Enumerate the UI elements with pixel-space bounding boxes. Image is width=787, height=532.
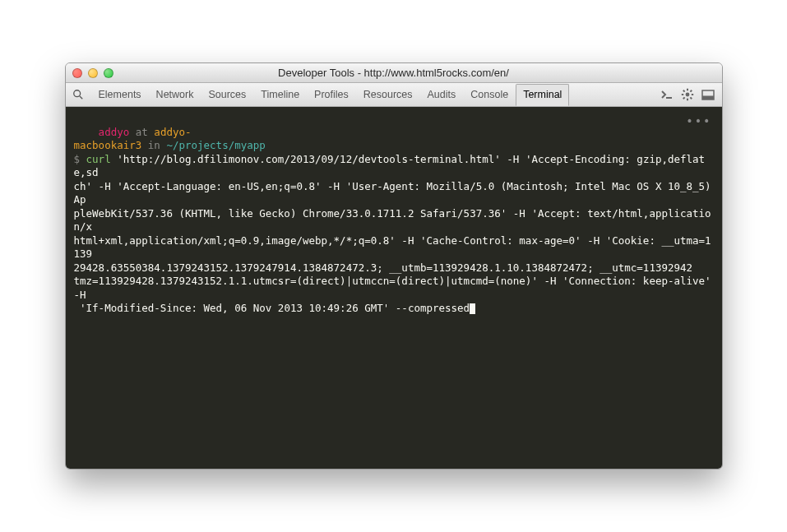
traffic-lights xyxy=(72,68,113,78)
cursor xyxy=(470,303,475,314)
tab-console[interactable]: Console xyxy=(463,84,516,106)
prompt-machine: macbookair3 xyxy=(74,139,142,151)
devtools-window: Developer Tools - http://www.html5rocks.… xyxy=(65,62,723,470)
svg-rect-13 xyxy=(702,95,714,99)
prompt-user: addyo xyxy=(99,126,130,138)
svg-line-8 xyxy=(683,90,685,92)
tab-elements[interactable]: Elements xyxy=(91,84,149,106)
prompt-at: at xyxy=(129,126,154,138)
tab-terminal[interactable]: Terminal xyxy=(516,84,569,106)
more-icon[interactable]: ••• xyxy=(686,113,711,128)
svg-line-1 xyxy=(79,96,81,99)
svg-line-9 xyxy=(690,97,692,99)
tabs: ElementsNetworkSourcesTimelineProfilesRe… xyxy=(91,89,570,100)
svg-line-10 xyxy=(683,97,685,99)
prompt-in: in xyxy=(141,139,166,151)
svg-point-0 xyxy=(73,90,80,97)
svg-rect-12 xyxy=(702,90,714,99)
window-title: Developer Tools - http://www.html5rocks.… xyxy=(66,67,722,79)
search-icon[interactable] xyxy=(71,87,86,102)
zoom-icon[interactable] xyxy=(104,68,113,78)
close-icon[interactable] xyxy=(72,68,82,78)
console-drawer-icon[interactable] xyxy=(659,86,676,104)
devtools-toolbar: ElementsNetworkSourcesTimelineProfilesRe… xyxy=(66,83,722,107)
tab-sources[interactable]: Sources xyxy=(201,84,253,106)
dock-icon[interactable] xyxy=(700,86,717,104)
minimize-icon[interactable] xyxy=(88,68,98,78)
cmd-name: curl xyxy=(86,153,111,165)
tab-network[interactable]: Network xyxy=(149,84,201,106)
prompt-host: addyo- xyxy=(154,126,191,138)
cmd-rest: 'http://blog.dfilimonov.com/2013/09/12/d… xyxy=(74,153,718,315)
gear-icon[interactable] xyxy=(679,86,697,104)
prompt-char: $ xyxy=(74,153,81,165)
tab-profiles[interactable]: Profiles xyxy=(307,84,356,106)
terminal-panel[interactable]: •••addyo at addyo- macbookair3 in ~/proj… xyxy=(66,107,722,469)
tab-resources[interactable]: Resources xyxy=(356,84,420,106)
tab-timeline[interactable]: Timeline xyxy=(253,84,307,106)
titlebar: Developer Tools - http://www.html5rocks.… xyxy=(66,63,722,83)
tab-audits[interactable]: Audits xyxy=(420,84,464,106)
svg-point-3 xyxy=(686,93,690,97)
svg-line-11 xyxy=(690,90,692,92)
prompt-path: ~/projects/myapp xyxy=(166,139,265,151)
